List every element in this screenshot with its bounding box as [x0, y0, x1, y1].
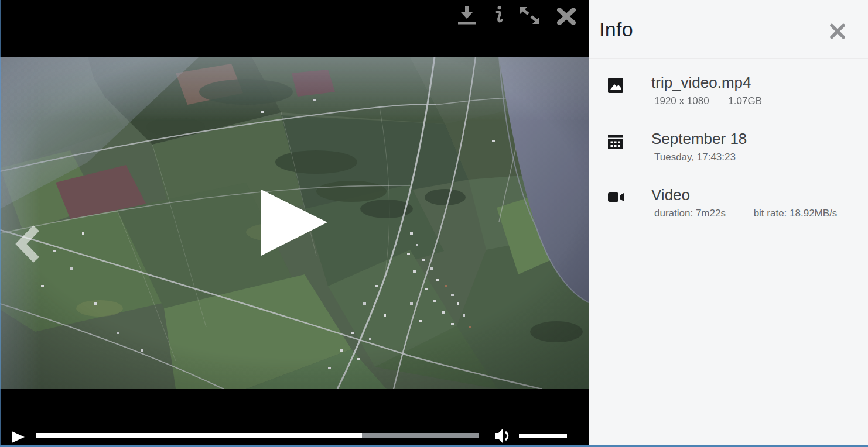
close-icon[interactable]	[557, 8, 576, 27]
info-panel: Info trip_video.mp4 1920 x 1080 1.07GB	[589, 0, 868, 447]
info-row-file: trip_video.mp4 1920 x 1080 1.07GB	[589, 74, 868, 126]
file-details: 1920 x 1080 1.07GB	[654, 95, 762, 107]
play-overlay-icon[interactable]	[260, 188, 329, 259]
info-icon[interactable]	[493, 6, 504, 26]
media-viewer: Info trip_video.mp4 1920 x 1080 1.07GB	[0, 0, 868, 447]
viewer-toolbar	[0, 0, 589, 57]
previous-chevron-icon[interactable]	[14, 225, 41, 266]
info-panel-close-icon[interactable]	[829, 23, 846, 42]
info-panel-header: Info	[589, 0, 868, 59]
volume-slider[interactable]	[519, 434, 567, 438]
file-name: trip_video.mp4	[651, 74, 751, 92]
download-icon[interactable]	[457, 6, 476, 27]
seek-bar-played	[36, 433, 362, 438]
volume-speaker-icon[interactable]	[493, 427, 513, 447]
video-player	[0, 0, 589, 447]
volume-slider-fill	[519, 434, 567, 438]
video-camera-icon	[608, 190, 624, 207]
file-resolution: 1920 x 1080	[654, 95, 709, 107]
info-row-date: September 18 Tuesday, 17:43:23	[589, 130, 868, 183]
seek-bar[interactable]	[36, 433, 479, 438]
window-edge-left-highlight	[0, 0, 1, 447]
video-details: duration: 7m22s bit rate: 18.92MB/s	[654, 208, 837, 219]
image-thumbnail-icon	[608, 78, 623, 95]
date-details: Tuesday, 17:43:23	[654, 152, 736, 163]
date-title: September 18	[651, 130, 747, 148]
date-time: Tuesday, 17:43:23	[654, 152, 736, 163]
file-size: 1.07GB	[728, 95, 762, 107]
seek-bar-buffer	[362, 433, 479, 438]
play-button-icon[interactable]	[11, 431, 25, 446]
fullscreen-icon[interactable]	[520, 6, 540, 27]
video-bitrate: bit rate: 18.92MB/s	[754, 208, 838, 219]
info-row-video: Video duration: 7m22s bit rate: 18.92MB/…	[589, 186, 868, 239]
window-edge-bottom-highlight	[0, 445, 868, 447]
video-section-title: Video	[651, 186, 690, 204]
video-duration: duration: 7m22s	[654, 208, 726, 219]
calendar-icon	[608, 134, 623, 151]
info-panel-title: Info	[599, 18, 633, 41]
